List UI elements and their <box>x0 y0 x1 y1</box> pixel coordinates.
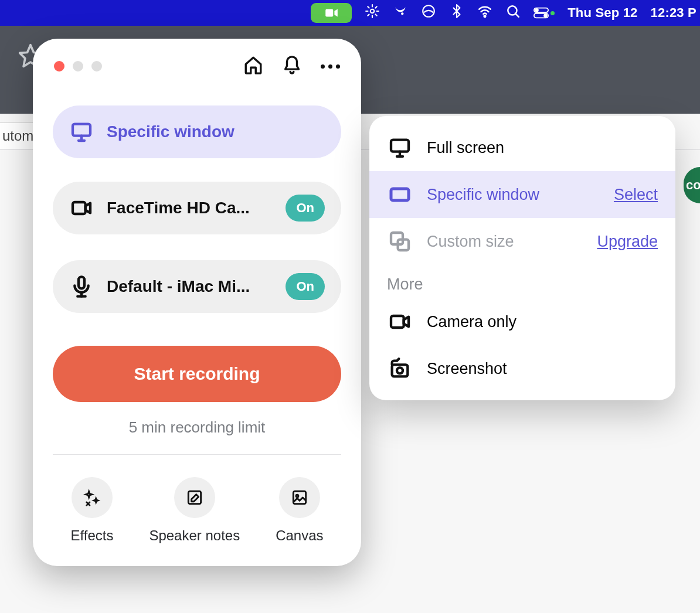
svg-line-7 <box>376 14 377 15</box>
option-full-screen[interactable]: Full screen <box>369 124 675 171</box>
circle-slash-icon[interactable] <box>421 4 436 22</box>
svg-point-17 <box>535 9 538 12</box>
display-icon <box>69 120 94 144</box>
svg-rect-24 <box>79 277 84 288</box>
upgrade-link[interactable]: Upgrade <box>597 233 658 251</box>
capture-mode-pill[interactable]: Specific window <box>53 105 341 158</box>
canvas-label: Canvas <box>276 527 323 544</box>
svg-point-10 <box>401 12 403 15</box>
svg-rect-35 <box>391 189 409 200</box>
svg-point-12 <box>484 15 486 17</box>
speaker-notes-label: Speaker notes <box>149 527 240 544</box>
wifi-icon[interactable] <box>477 4 492 22</box>
more-icon[interactable] <box>321 64 340 69</box>
resize-icon <box>387 230 413 253</box>
popover-more-header: More <box>369 265 675 298</box>
edit-note-icon <box>174 477 215 518</box>
control-center-icon[interactable] <box>534 5 555 21</box>
svg-line-14 <box>516 13 519 16</box>
option-custom-size[interactable]: Custom size Upgrade <box>369 218 675 265</box>
svg-rect-29 <box>188 491 201 503</box>
option-camera-only[interactable]: Camera only <box>369 298 675 345</box>
avatar-fragment: co <box>684 167 700 203</box>
start-recording-button[interactable]: Start recording <box>53 346 341 402</box>
option-screenshot[interactable]: Screenshot <box>369 345 675 392</box>
zoom-dot-icon[interactable] <box>91 61 102 71</box>
svg-line-9 <box>376 6 377 8</box>
bell-icon[interactable] <box>282 55 302 77</box>
bluetooth-icon[interactable] <box>449 4 464 22</box>
svg-point-40 <box>397 367 403 373</box>
svg-line-6 <box>368 6 369 8</box>
mic-toggle[interactable]: On <box>286 273 325 300</box>
macos-menubar: Thu Sep 12 12:23 P <box>0 0 700 26</box>
recorder-panel: Specific window FaceTime HD Ca... On Def… <box>33 39 361 566</box>
option-custom-size-label: Custom size <box>427 233 514 251</box>
capture-mode-label: Specific window <box>107 122 235 141</box>
option-specific-window[interactable]: Specific window Select <box>369 171 675 218</box>
svg-rect-30 <box>293 491 305 503</box>
camera-toggle[interactable]: On <box>286 195 325 222</box>
capture-mode-popover: Full screen Specific window Select Custo… <box>369 116 675 400</box>
effects-button[interactable]: Effects <box>70 477 113 544</box>
screenshot-camera-icon <box>387 357 413 380</box>
svg-point-18 <box>544 14 547 17</box>
app-icon[interactable] <box>393 4 408 22</box>
menubar-time[interactable]: 12:23 P <box>651 5 696 21</box>
select-window-link[interactable]: Select <box>614 186 658 204</box>
svg-rect-32 <box>391 140 409 152</box>
svg-rect-38 <box>391 316 404 328</box>
mic-label: Default - iMac Mi... <box>107 277 273 296</box>
gear-burst-icon[interactable] <box>365 4 380 22</box>
option-full-screen-label: Full screen <box>427 139 504 157</box>
home-icon[interactable] <box>243 55 263 77</box>
mic-pill[interactable]: Default - iMac Mi... On <box>53 260 341 313</box>
camera-icon <box>69 196 94 220</box>
svg-point-31 <box>296 495 298 497</box>
svg-line-8 <box>368 14 369 15</box>
recording-indicator-icon[interactable] <box>311 3 352 23</box>
video-camera-icon <box>387 310 413 333</box>
close-dot-icon[interactable] <box>54 61 64 71</box>
monitor-icon <box>387 136 413 159</box>
window-traffic-lights[interactable] <box>54 61 102 71</box>
svg-rect-23 <box>73 202 86 214</box>
microphone-icon <box>69 275 94 298</box>
speaker-notes-button[interactable]: Speaker notes <box>149 477 240 544</box>
recording-limit-label: 5 min recording limit <box>53 418 341 455</box>
camera-label: FaceTime HD Ca... <box>107 199 273 217</box>
minimize-dot-icon[interactable] <box>73 61 83 71</box>
camera-pill[interactable]: FaceTime HD Ca... On <box>53 182 341 234</box>
svg-rect-20 <box>73 124 90 136</box>
effects-label: Effects <box>70 527 113 544</box>
sparkles-icon <box>72 477 113 518</box>
option-specific-window-label: Specific window <box>427 186 539 204</box>
menubar-date[interactable]: Thu Sep 12 <box>568 5 637 21</box>
audio-level-bar <box>53 308 341 316</box>
window-icon <box>387 183 413 206</box>
svg-point-1 <box>371 9 375 13</box>
svg-rect-0 <box>325 9 333 17</box>
canvas-button[interactable]: Canvas <box>276 477 323 544</box>
image-icon <box>279 477 320 518</box>
option-screenshot-label: Screenshot <box>427 360 507 378</box>
search-icon[interactable] <box>505 4 521 22</box>
option-camera-only-label: Camera only <box>427 313 516 331</box>
